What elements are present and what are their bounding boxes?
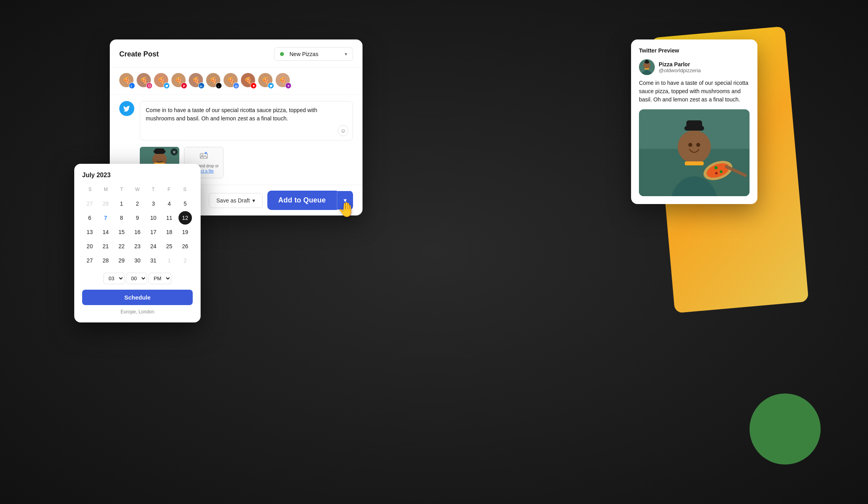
social-icon-facebook[interactable]: 🍕 f	[119, 73, 135, 89]
cal-day-8[interactable]: 8	[115, 211, 128, 225]
cal-day-16[interactable]: 16	[131, 225, 144, 239]
svg-point-26	[678, 130, 711, 163]
cal-day-12-today[interactable]: 12	[178, 211, 192, 225]
cal-day-prev-26[interactable]: 28	[99, 197, 112, 210]
post-text-content: Come in to have a taste of our special r…	[146, 106, 347, 123]
twitter-preview-panel: Twitter Preview Pizza Parlor @oldworldpi…	[631, 39, 757, 204]
preview-title: Twitter Preview	[639, 47, 750, 54]
content-area: Come in to have a taste of our special r…	[110, 95, 363, 147]
preview-post-image	[639, 109, 750, 196]
social-icon-google[interactable]: 🍕 G	[224, 73, 239, 89]
svg-point-31	[696, 143, 700, 147]
remove-media-btn[interactable]: ✕	[171, 148, 178, 156]
svg-point-34	[714, 166, 718, 169]
youtube-badge	[250, 82, 257, 89]
svg-text:f: f	[130, 84, 132, 88]
preview-account: Pizza Parlor @oldworldpizzeria	[639, 59, 750, 75]
period-select[interactable]: PM AM	[148, 273, 171, 284]
cal-day-28[interactable]: 28	[99, 254, 112, 267]
cal-day-next-2[interactable]: 2	[178, 254, 192, 267]
social-icon-extra[interactable]: 🍕	[276, 73, 291, 89]
save-draft-button[interactable]: Save as Draft ▾	[209, 193, 263, 208]
cal-day-29[interactable]: 29	[115, 254, 128, 267]
svg-text:G: G	[235, 84, 237, 88]
svg-rect-28	[686, 120, 702, 129]
cal-day-9[interactable]: 9	[131, 211, 144, 225]
cal-day-11[interactable]: 11	[163, 211, 176, 225]
twitter-compose-icon	[119, 101, 134, 116]
save-draft-chevron-icon: ▾	[252, 197, 255, 204]
emoji-button[interactable]: ☺	[338, 125, 349, 136]
svg-marker-6	[253, 84, 255, 86]
cal-day-25[interactable]: 25	[163, 240, 176, 253]
cal-day-21[interactable]: 21	[99, 240, 112, 253]
cal-day-30[interactable]: 30	[131, 254, 144, 267]
cal-day-3[interactable]: 3	[147, 197, 160, 210]
social-icon-tiktok[interactable]: 🍕 ♪	[206, 73, 222, 89]
preview-avatar	[639, 59, 655, 75]
cal-day-13[interactable]: 13	[83, 225, 96, 239]
preview-post-text: Come in to have a taste of our special r…	[639, 79, 750, 104]
cal-day-17[interactable]: 17	[147, 225, 160, 239]
twitter2-badge	[268, 82, 274, 89]
cal-day-22[interactable]: 22	[115, 240, 128, 253]
calendar-day-names-row: S M T W T F S	[82, 185, 193, 194]
post-text-area[interactable]: Come in to have a taste of our special r…	[140, 101, 353, 141]
account-selector[interactable]: New Pizzas ▾	[274, 47, 353, 61]
cal-day-23[interactable]: 23	[131, 240, 144, 253]
cal-day-15[interactable]: 15	[115, 225, 128, 239]
account-name: New Pizzas	[289, 51, 342, 57]
cal-day-fri: F	[161, 185, 177, 194]
cal-day-thu: T	[145, 185, 161, 194]
cal-day-2[interactable]: 2	[131, 197, 144, 210]
minute-select[interactable]: 00 15 30 45	[126, 273, 147, 284]
cal-day-31[interactable]: 31	[147, 254, 160, 267]
svg-text:♪: ♪	[218, 84, 219, 88]
cal-day-10[interactable]: 10	[147, 211, 160, 225]
timezone-label: Europe, London	[82, 309, 193, 315]
cal-day-24[interactable]: 24	[147, 240, 160, 253]
cal-day-4[interactable]: 4	[163, 197, 176, 210]
cal-day-19[interactable]: 19	[178, 225, 192, 239]
cursor-hand-icon: 🤚	[338, 201, 355, 218]
cal-day-27[interactable]: 27	[83, 254, 96, 267]
extra-badge	[285, 82, 291, 89]
cal-day-5[interactable]: 5	[178, 197, 192, 210]
social-icon-twitter2[interactable]: 🍕	[258, 73, 274, 89]
schedule-button[interactable]: Schedule	[82, 290, 193, 305]
svg-point-7	[287, 85, 289, 86]
panel-header: Create Post New Pizzas ▾	[110, 39, 363, 67]
preview-account-name: Pizza Parlor	[659, 61, 701, 67]
cal-day-wed: W	[130, 185, 145, 194]
cal-day-mon: M	[98, 185, 114, 194]
social-icon-linkedin[interactable]: 🍕 in	[189, 73, 205, 89]
upload-icon	[199, 152, 208, 162]
svg-rect-1	[148, 84, 150, 86]
green-decoration	[750, 393, 821, 465]
cal-day-sun: S	[82, 185, 98, 194]
cal-day-1[interactable]: 1	[115, 197, 128, 210]
hour-select[interactable]: 03 01 02 04 05 06 07 08 09 10 11 12	[103, 273, 124, 284]
svg-rect-12	[155, 148, 164, 154]
cal-day-18[interactable]: 18	[163, 225, 176, 239]
account-status-dot	[280, 52, 284, 56]
twitter-badge	[163, 82, 170, 89]
account-chevron-icon: ▾	[345, 51, 347, 57]
add-to-queue-button[interactable]: Add to Queue	[267, 191, 337, 210]
preview-account-info: Pizza Parlor @oldworldpizzeria	[659, 61, 701, 73]
cal-day-26[interactable]: 26	[178, 240, 192, 253]
calendar-days-grid: 27 28 1 2 3 4 5 6 7 8 9 10 11 12 13 14 1…	[82, 197, 193, 267]
social-icon-pinterest[interactable]: 🍕 P	[171, 73, 187, 89]
cal-day-prev-25[interactable]: 27	[83, 197, 96, 210]
cal-day-20[interactable]: 20	[83, 240, 96, 253]
social-icon-twitter[interactable]: 🍕	[154, 73, 170, 89]
svg-text:in: in	[200, 84, 202, 88]
cal-day-14[interactable]: 14	[99, 225, 112, 239]
social-icon-youtube[interactable]: 🍕	[241, 73, 257, 89]
cal-day-next-1[interactable]: 1	[163, 254, 176, 267]
cal-day-7[interactable]: 7	[99, 211, 112, 225]
svg-rect-21	[645, 60, 648, 64]
cal-day-6[interactable]: 6	[83, 211, 96, 225]
social-icon-instagram[interactable]: 🍕	[137, 73, 152, 89]
tiktok-badge: ♪	[216, 82, 222, 89]
